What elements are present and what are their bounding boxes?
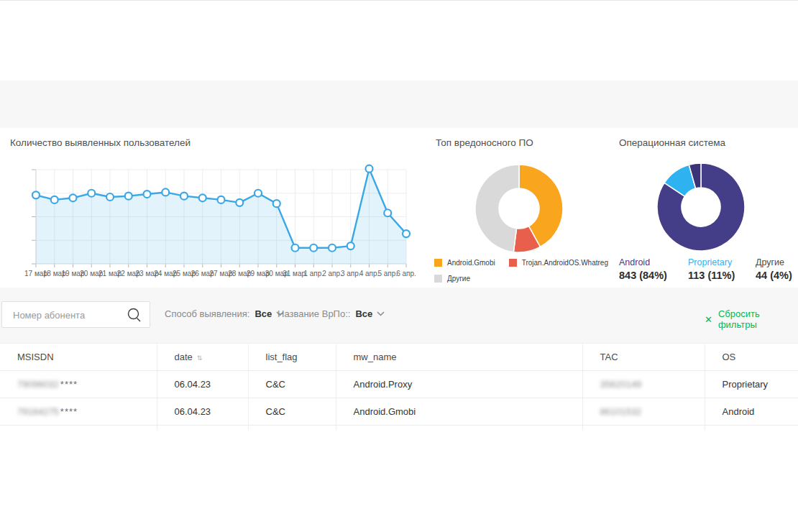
svg-text:3 апр.: 3 апр.	[341, 270, 361, 278]
col-header-list-flag: list_flag	[248, 344, 336, 371]
detection-method-value: Все	[254, 308, 272, 319]
os-chart-title: Операционная система	[619, 137, 725, 148]
cell-date: 06.04.23	[157, 398, 248, 426]
charts-panel: Количество выявленных пользователей Топ …	[0, 128, 798, 288]
cell-date: 06.04.23	[157, 371, 248, 398]
detection-method-filter[interactable]: Способ выявления: Все	[165, 308, 284, 319]
chevron-down-icon	[377, 311, 385, 316]
legend-swatch-whatreg	[509, 259, 517, 267]
os-legend-android: Android 843 (84%)	[619, 257, 687, 281]
col-header-os: OS	[705, 344, 798, 371]
os-donut-chart	[653, 159, 749, 255]
os-legend-other: Другие 44 (4%)	[756, 257, 798, 281]
filter-bar: Способ выявления: Все Название ВрПо:: Вс…	[0, 288, 798, 343]
os-legend-android-value: 843 (84%)	[619, 270, 687, 281]
svg-text:6 апр.: 6 апр.	[396, 270, 416, 278]
cell-list-flag: C&C	[248, 398, 336, 426]
reset-filters-label: Сбросить фильтры	[718, 308, 798, 330]
detected-users-line-chart: 17 мар18 мар19 мар20 мар21 мар22 мар23 м…	[0, 128, 431, 288]
table-row-partial	[0, 426, 798, 431]
sort-icon[interactable]: ⇅	[197, 354, 203, 362]
cell-os: Proprietary	[705, 371, 798, 398]
legend-swatch-other	[434, 275, 442, 283]
close-icon: ✕	[705, 314, 712, 325]
detection-method-label: Способ выявления:	[165, 308, 249, 319]
os-legend-proprietary-label: Proprietary	[688, 257, 756, 267]
legend-label-whatreg: Trojan.AndroidOS.Whatreg	[522, 259, 608, 267]
svg-text:1 апр.: 1 апр.	[303, 270, 324, 278]
malware-name-filter[interactable]: Название ВрПо:: Все	[278, 308, 385, 319]
table-row: 79096032**** 06.04.23 C&C Android.Proxy …	[0, 371, 798, 398]
col-header-date[interactable]: date⇅	[157, 344, 248, 371]
cell-mw-name: Android.Gmobi	[336, 398, 582, 426]
subscriber-search-box[interactable]	[1, 301, 150, 328]
malware-chart-title: Топ вредоносного ПО	[436, 137, 533, 148]
svg-text:5 апр.: 5 апр.	[377, 270, 398, 278]
cell-mw-name: Android.Proxy	[336, 371, 582, 398]
malware-name-value: Все	[355, 308, 372, 319]
os-legend-other-value: 44 (4%)	[756, 270, 798, 281]
malware-donut-chart	[471, 160, 567, 257]
legend-label-gmobi: Android.Gmobi	[447, 259, 495, 267]
cell-os: Android	[705, 398, 798, 426]
col-header-mw-name: mw_name	[336, 344, 582, 371]
col-header-tac: TAC	[582, 344, 705, 371]
table-row: 79164275**** 06.04.23 C&C Android.Gmobi …	[0, 398, 798, 426]
svg-text:4 апр.: 4 апр.	[359, 270, 380, 278]
cell-tac: 35620149	[582, 371, 705, 398]
table-header-row: MSISDN date⇅ list_flag mw_name TAC OS	[0, 344, 798, 371]
top-divider	[0, 0, 798, 1]
legend-label-other: Другие	[447, 275, 470, 283]
svg-text:2 апр.: 2 апр.	[322, 270, 342, 278]
os-legend-proprietary: Proprietary 113 (11%)	[688, 257, 756, 281]
os-legend-android-label: Android	[619, 257, 687, 267]
cell-msisdn: 79164275****	[0, 398, 157, 426]
header-bar: Отчет: Заражённые устройства i Об отчете…	[0, 81, 798, 128]
cell-list-flag: C&C	[248, 371, 336, 398]
search-icon[interactable]	[127, 307, 142, 326]
os-legend-proprietary-value: 113 (11%)	[688, 270, 756, 281]
malware-legend: Android.Gmobi Trojan.AndroidOS.Whatreg Д…	[434, 259, 608, 290]
subscriber-search-input[interactable]	[12, 303, 126, 328]
cell-tac: 86101532	[582, 398, 705, 426]
legend-swatch-gmobi	[434, 259, 442, 267]
cell-msisdn: 79096032****	[0, 371, 157, 398]
infected-devices-table: MSISDN date⇅ list_flag mw_name TAC OS 79…	[0, 343, 798, 430]
os-legend-other-label: Другие	[756, 257, 798, 267]
reset-filters-button[interactable]: ✕ Сбросить фильтры	[705, 308, 798, 330]
col-header-msisdn: MSISDN	[0, 344, 157, 371]
malware-name-label: Название ВрПо::	[278, 308, 350, 319]
